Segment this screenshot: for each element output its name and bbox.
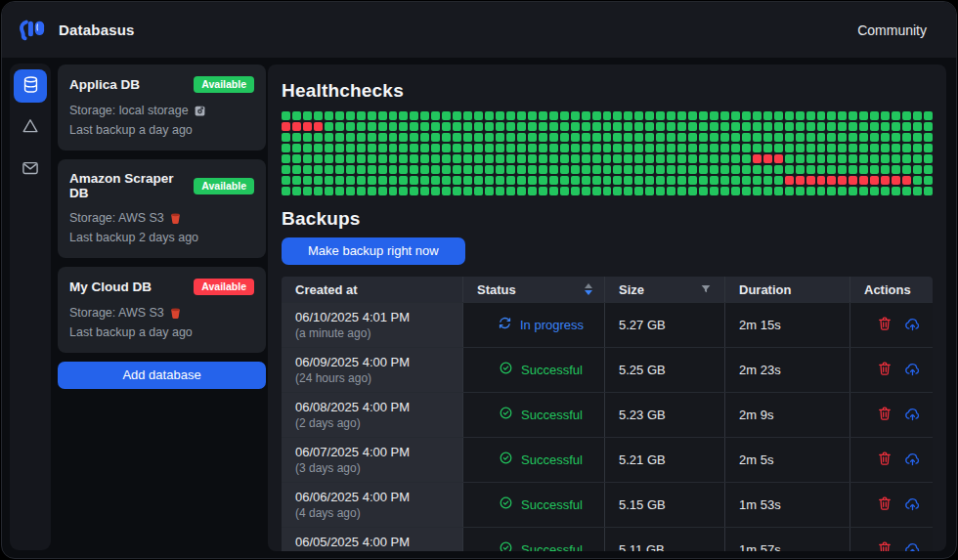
database-card-applica[interactable]: Applica DB Available Storage: local stor… [58,65,266,151]
healthcheck-cell [517,187,526,195]
healthcheck-cell [645,176,654,185]
healthcheck-cell [763,176,772,185]
healthcheck-cell [870,165,879,174]
healthcheck-cell [485,111,494,120]
healthcheck-cell [582,144,590,152]
healthcheck-cell [859,176,868,185]
healthcheck-cell [389,165,398,174]
delete-backup-button[interactable] [877,361,893,379]
healthcheck-cell [902,165,911,174]
healthcheck-cell [463,165,472,174]
healthcheck-cell [677,165,686,174]
healthcheck-cell [474,176,483,185]
healthcheck-cell [613,133,622,142]
healthcheck-cell [474,144,483,152]
healthcheck-cell [731,133,740,142]
healthcheck-cell [902,133,911,142]
healthcheck-cell [292,133,301,142]
healthcheck-cell [368,154,376,163]
healthcheck-cell [282,111,290,120]
actions-cell [850,348,933,392]
healthcheck-cell [699,187,708,195]
delete-backup-button[interactable] [877,540,893,551]
healthcheck-cell [346,133,355,142]
healthcheck-cell [870,176,879,185]
healthcheck-cell [667,154,675,163]
healthcheck-cell [699,111,708,120]
sidebar-item-notifications[interactable] [14,153,47,187]
delete-backup-button[interactable] [877,451,893,469]
restore-backup-button[interactable] [904,495,921,515]
healthcheck-cell [613,165,622,174]
healthcheck-cell [892,165,900,174]
healthcheck-cell [506,187,515,195]
healthcheck-cell [474,111,483,120]
sidebar-item-storages[interactable] [14,111,47,145]
healthcheck-cell [785,154,794,163]
healthcheck-cell [378,111,387,120]
filter-icon[interactable] [699,282,713,296]
healthcheck-cell [592,187,601,195]
healthcheck-cell [806,154,815,163]
delete-backup-button[interactable] [877,495,893,514]
restore-backup-button[interactable] [904,316,921,335]
healthcheck-cell [549,165,558,174]
healthcheck-cell [774,165,783,174]
healthcheck-cell [474,133,483,142]
healthcheck-cell [656,144,665,152]
healthcheck-cell [720,176,729,185]
status-badge: Available [194,279,254,295]
healthcheck-cell [453,165,461,174]
healthcheck-cell [292,122,301,131]
healthcheck-cell [496,187,504,195]
healthcheck-cell [560,154,569,163]
column-header-created-at: Created at [282,277,463,302]
status-label: Successful [521,408,583,422]
add-database-button[interactable]: Add database [58,362,266,389]
restore-backup-button[interactable] [904,361,921,380]
healthcheck-cell [603,187,612,195]
healthcheck-cell [624,165,632,174]
sidebar-item-databases[interactable] [14,69,47,103]
healthcheck-cell [528,187,537,195]
created-at-cell: 06/10/2025 4:01 PM (a minute ago) [282,303,463,347]
healthcheck-cell [292,165,301,174]
trash-icon [877,406,893,424]
healthcheck-cell [902,187,911,195]
healthcheck-cell [688,144,697,152]
healthcheck-cell [913,176,922,185]
delete-backup-button[interactable] [877,406,893,424]
database-card-my-cloud[interactable]: My Cloud DB Available Storage: AWS S3 La… [58,267,266,353]
healthcheck-cell [528,122,537,131]
restore-backup-button[interactable] [904,451,921,470]
healthcheck-cell [731,165,740,174]
healthcheck-cell [742,165,751,174]
restore-backup-button[interactable] [904,406,921,425]
healthcheck-cell [453,154,461,163]
healthcheck-cell [667,111,675,120]
sort-icon[interactable] [585,283,592,295]
created-at-cell: 06/07/2025 4:00 PM (3 days ago) [282,438,463,482]
healthcheck-cell [677,176,686,185]
healthcheck-cell [859,111,868,120]
healthcheck-cell [517,122,526,131]
make-backup-button[interactable]: Make backup right now [282,237,465,265]
restore-backup-button[interactable] [904,540,921,552]
community-link[interactable]: Community [857,22,927,38]
s3-bucket-icon [169,307,182,320]
healthcheck-cell [902,122,911,131]
healthcheck-cell [859,122,868,131]
healthcheck-cell [506,154,515,163]
healthcheck-cell [667,165,675,174]
duration-cell: 2m 9s [725,393,850,437]
healthcheck-cell [742,122,751,131]
healthcheck-cell [442,144,451,152]
database-card-amazon-scraper[interactable]: Amazon Scraper DB Available Storage: AWS… [58,159,266,258]
delete-backup-button[interactable] [877,316,893,334]
column-header-actions: Actions [850,277,933,302]
healthcheck-cell [827,187,836,195]
check-circle-icon [499,451,513,469]
healthcheck-cell [881,144,890,152]
status-label: Successful [521,542,583,551]
healthcheck-cell [378,122,387,131]
